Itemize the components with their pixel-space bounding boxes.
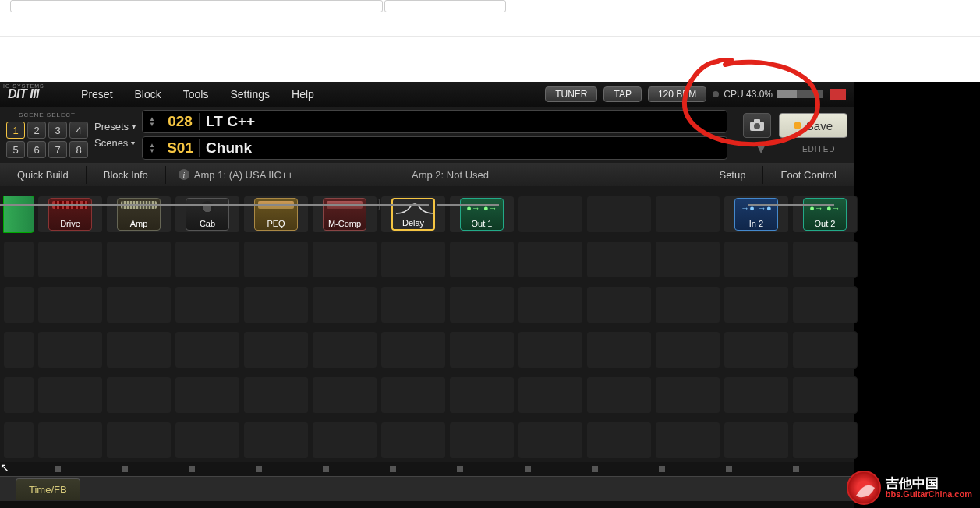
block-empty[interactable]	[3, 422, 34, 459]
block-empty[interactable]	[586, 422, 652, 459]
block-empty[interactable]	[518, 376, 583, 414]
quick-build-button[interactable]: Quick Build	[0, 166, 87, 184]
block-amp[interactable]: Amp	[106, 196, 172, 233]
tab-time-fb[interactable]: Time/FB	[16, 478, 80, 500]
block-mcomp[interactable]: M-Comp	[312, 196, 377, 233]
scenes-dropdown[interactable]: Scenes	[94, 137, 136, 149]
block-empty[interactable]	[380, 241, 446, 278]
block-empty[interactable]	[724, 331, 789, 369]
block-empty[interactable]	[724, 286, 789, 323]
scene-btn-2[interactable]: 2	[27, 122, 46, 139]
preset-namebox[interactable]: ▲▼ 028 LT C++	[142, 110, 727, 133]
block-empty[interactable]	[724, 422, 789, 459]
block-empty[interactable]	[37, 241, 103, 278]
scene-btn-3[interactable]: 3	[48, 122, 67, 139]
block-empty[interactable]	[449, 376, 515, 414]
block-empty[interactable]	[586, 331, 652, 369]
block-empty[interactable]	[106, 422, 172, 459]
block-empty[interactable]	[380, 331, 446, 369]
block-empty[interactable]	[312, 331, 377, 369]
block-empty[interactable]	[380, 422, 446, 459]
block-empty[interactable]	[243, 331, 309, 369]
block-empty[interactable]	[724, 376, 789, 414]
preset-spinner-icon[interactable]: ▲▼	[143, 116, 161, 127]
block-empty[interactable]	[106, 286, 172, 323]
block-empty[interactable]	[518, 196, 583, 233]
block-cab[interactable]: Cab	[175, 196, 240, 233]
menu-preset[interactable]: Preset	[81, 88, 112, 101]
top-input-2[interactable]	[384, 0, 506, 12]
block-empty[interactable]	[3, 331, 34, 369]
block-empty[interactable]	[106, 331, 172, 369]
block-out2[interactable]: ●→●→ Out 2	[792, 196, 858, 233]
block-empty[interactable]	[3, 376, 34, 414]
menu-settings[interactable]: Settings	[230, 88, 270, 101]
setup-button[interactable]: Setup	[702, 166, 763, 184]
block-empty[interactable]	[655, 422, 720, 459]
block-empty[interactable]	[655, 196, 720, 233]
menu-block[interactable]: Block	[135, 88, 161, 101]
block-empty[interactable]	[586, 376, 652, 414]
block-empty[interactable]	[106, 241, 172, 278]
block-empty[interactable]	[175, 422, 240, 459]
block-empty[interactable]	[243, 422, 309, 459]
scene-btn-7[interactable]: 7	[48, 141, 67, 158]
block-empty[interactable]	[792, 286, 858, 323]
block-empty[interactable]	[449, 241, 515, 278]
block-empty[interactable]	[37, 331, 103, 369]
block-empty[interactable]	[518, 286, 583, 323]
menu-help[interactable]: Help	[292, 88, 314, 101]
bpm-button[interactable]: 120 BPM	[648, 86, 706, 102]
scene-btn-6[interactable]: 6	[27, 141, 46, 158]
block-empty[interactable]	[449, 422, 515, 459]
save-button[interactable]: Save	[779, 113, 847, 138]
expand-caret-icon[interactable]: ▼	[755, 143, 767, 157]
block-empty[interactable]	[792, 422, 858, 459]
block-empty[interactable]	[655, 376, 720, 414]
block-empty[interactable]	[175, 331, 240, 369]
block-peq[interactable]: PEQ	[243, 196, 309, 233]
block-empty[interactable]	[380, 286, 446, 323]
block-empty[interactable]	[655, 241, 720, 278]
scene-namebox[interactable]: ▲▼ S01 Chunk	[142, 136, 727, 160]
scene-btn-4[interactable]: 4	[69, 122, 88, 139]
tap-button[interactable]: TAP	[603, 86, 641, 102]
block-in2[interactable]: →●→● In 2	[724, 196, 789, 233]
block-empty[interactable]	[37, 422, 103, 459]
scene-btn-1[interactable]: 1	[6, 122, 25, 139]
block-empty[interactable]	[106, 376, 172, 414]
block-in1-half[interactable]	[3, 196, 34, 233]
block-empty[interactable]	[792, 241, 858, 278]
block-empty[interactable]	[380, 376, 446, 414]
block-empty[interactable]	[586, 241, 652, 278]
tuner-button[interactable]: TUNER	[545, 86, 597, 102]
foot-control-button[interactable]: Foot Control	[763, 166, 854, 184]
block-empty[interactable]	[518, 331, 583, 369]
block-empty[interactable]	[586, 196, 652, 233]
scene-spinner-icon[interactable]: ▲▼	[143, 143, 161, 153]
block-empty[interactable]	[655, 331, 720, 369]
top-input-1[interactable]	[10, 0, 383, 12]
block-empty[interactable]	[312, 286, 377, 323]
block-empty[interactable]	[655, 286, 720, 323]
block-empty[interactable]	[312, 422, 377, 459]
snapshot-button[interactable]	[743, 113, 771, 138]
block-empty[interactable]	[586, 286, 652, 323]
block-empty[interactable]	[37, 376, 103, 414]
block-empty[interactable]	[449, 286, 515, 323]
block-empty[interactable]	[3, 286, 34, 323]
block-empty[interactable]	[792, 376, 858, 414]
block-empty[interactable]	[449, 331, 515, 369]
block-out1[interactable]: ●→●→ Out 1	[449, 196, 515, 233]
block-info-button[interactable]: Block Info	[87, 166, 166, 184]
block-empty[interactable]	[243, 376, 309, 414]
scene-btn-8[interactable]: 8	[69, 141, 88, 158]
block-empty[interactable]	[243, 241, 309, 278]
block-empty[interactable]	[792, 331, 858, 369]
block-empty[interactable]	[175, 286, 240, 323]
block-delay[interactable]: Delay	[380, 196, 446, 233]
block-empty[interactable]	[518, 422, 583, 459]
block-empty[interactable]	[312, 376, 377, 414]
block-empty[interactable]	[243, 286, 309, 323]
scene-btn-5[interactable]: 5	[6, 141, 25, 158]
